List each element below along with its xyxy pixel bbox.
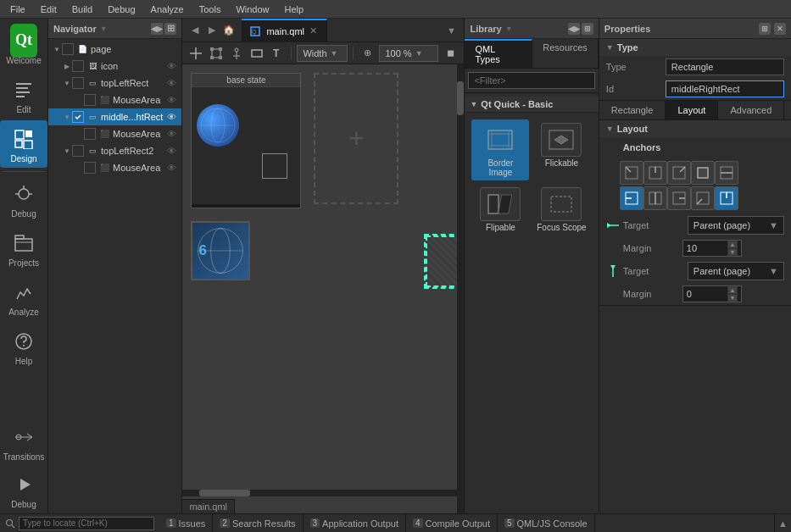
eye-icon[interactable]: 👁 <box>164 110 178 124</box>
tree-checkbox[interactable] <box>84 128 96 140</box>
menu-tools[interactable]: Tools <box>192 3 228 16</box>
tab-nav-home[interactable]: 🏠 <box>221 23 237 38</box>
statusbar-tab-qmljs-console[interactable]: 5 QML/JS Console <box>498 514 595 533</box>
tab-menu-btn[interactable]: ▼ <box>443 23 459 38</box>
menu-help[interactable]: Help <box>278 3 311 16</box>
lib-item-flickable[interactable]: Flickable <box>532 119 590 180</box>
sidebar-item-edit[interactable]: Edit <box>0 71 47 119</box>
menu-window[interactable]: Window <box>229 3 276 16</box>
anchor-right-btn[interactable] <box>667 186 691 210</box>
eye-icon[interactable]: 👁 <box>164 161 178 175</box>
menu-debug[interactable]: Debug <box>101 3 142 16</box>
transform-tool-btn[interactable] <box>208 45 225 62</box>
margin2-up[interactable]: ▲ <box>727 286 738 294</box>
eye-icon[interactable]: 👁 <box>164 144 178 158</box>
navigator-pin-btn[interactable]: ◀▶ <box>151 23 163 35</box>
zoom-out-btn[interactable]: ⊕ <box>359 45 376 62</box>
expand-icon[interactable]: ▼ <box>62 112 72 122</box>
eye-icon[interactable]: 👁 <box>164 93 178 107</box>
statusbar-tab-issues[interactable]: 1 Issues <box>159 514 213 533</box>
expand-icon[interactable]: ▼ <box>62 146 72 156</box>
expand-icon[interactable] <box>74 129 84 139</box>
library-expand-btn[interactable]: ⊞ <box>582 23 593 35</box>
margin2-input[interactable]: ▲ ▼ <box>682 285 742 302</box>
tree-item-mousearea-2[interactable]: ⬛ MouseArea 👁 <box>48 125 181 142</box>
expand-icon[interactable] <box>74 95 84 105</box>
canvas-width-dropdown[interactable]: Width ▼ <box>297 45 348 62</box>
lib-tab-resources[interactable]: Resources <box>532 39 599 68</box>
expand-icon[interactable]: ▼ <box>62 78 72 88</box>
tree-checkbox[interactable] <box>72 77 84 89</box>
eye-icon[interactable]: 👁 <box>164 76 178 90</box>
anchor-bottom-left-btn[interactable] <box>691 186 715 210</box>
statusbar-tab-app-output[interactable]: 3 Application Output <box>304 514 406 533</box>
lib-category-qtquick-basic[interactable]: ▼ Qt Quick - Basic <box>465 97 598 113</box>
sidebar-item-transitions[interactable]: Transitions <box>0 418 47 466</box>
sidebar-item-debug[interactable]: Debug <box>0 175 47 223</box>
target2-dropdown[interactable]: Parent (page) ▼ <box>688 262 784 280</box>
expand-icon[interactable]: ▶ <box>62 61 72 71</box>
menu-analyze[interactable]: Analyze <box>144 3 191 16</box>
anchor-fill-btn[interactable] <box>691 161 715 185</box>
tree-checkbox[interactable] <box>62 43 74 55</box>
library-search-input[interactable] <box>468 72 594 89</box>
margin1-value[interactable] <box>687 243 726 253</box>
tree-checkbox[interactable] <box>84 162 96 174</box>
margin1-down[interactable]: ▼ <box>727 248 738 256</box>
tab-nav-right[interactable]: ▶ <box>204 23 220 38</box>
tab-main-qml[interactable]: Q main.qml ✕ <box>242 19 327 42</box>
eye-icon[interactable]: 👁 <box>164 127 178 141</box>
id-input[interactable] <box>671 84 778 94</box>
canvas-zoom-dropdown[interactable]: 100 % ▼ <box>379 45 438 62</box>
margin2-value[interactable] <box>687 289 726 299</box>
type-section-header[interactable]: ▼ Type <box>599 39 791 56</box>
tree-checkbox[interactable] <box>72 60 84 72</box>
sidebar-item-projects[interactable]: Projects <box>0 224 47 272</box>
tree-item-icon[interactable]: ▶ 🖼 icon 👁 <box>48 58 181 75</box>
cross-tool-btn[interactable] <box>187 45 204 62</box>
tree-item-mousearea-1[interactable]: ⬛ MouseArea 👁 <box>48 91 181 108</box>
statusbar-search-input[interactable] <box>23 518 142 528</box>
rect-tool-btn[interactable] <box>248 45 265 62</box>
prop-tab-advanced[interactable]: Advanced <box>718 101 784 119</box>
anchor-top-right-btn[interactable] <box>667 161 691 185</box>
canvas-scrollbar-h[interactable] <box>182 490 457 496</box>
statusbar-tab-search-results[interactable]: 2 Search Results <box>213 514 303 533</box>
margin2-down[interactable]: ▼ <box>727 294 738 302</box>
tree-item-page[interactable]: ▼ 📄 page <box>48 41 181 58</box>
anchor-center-v-btn[interactable] <box>643 186 667 210</box>
tree-item-middleRect[interactable]: ▼ ▭ middle...htRect 👁 <box>48 108 181 125</box>
lib-item-flipable[interactable]: Flipable <box>471 184 529 236</box>
sidebar-item-welcome[interactable]: Qt Welcome <box>0 22 47 69</box>
canvas-area[interactable]: base state <box>182 64 464 513</box>
properties-expand-btn[interactable]: ⊞ <box>759 23 771 35</box>
eye-icon[interactable]: 👁 <box>164 59 178 73</box>
text-tool-btn[interactable]: T <box>269 45 286 62</box>
statusbar-search[interactable] <box>19 517 154 530</box>
tree-checkbox[interactable] <box>72 145 84 157</box>
menu-edit[interactable]: Edit <box>34 3 64 16</box>
sidebar-item-design[interactable]: Design <box>0 120 47 168</box>
tree-checkbox-selected[interactable] <box>72 111 84 123</box>
expand-icon[interactable]: ▼ <box>52 44 62 54</box>
sidebar-item-help[interactable]: Help <box>0 323 47 370</box>
anchor-top-active-btn[interactable] <box>715 186 738 210</box>
menu-file[interactable]: File <box>3 3 32 16</box>
add-state-box[interactable]: + <box>314 73 398 204</box>
tree-item-topLeftRect[interactable]: ▼ ▭ topLeftRect 👁 <box>48 75 181 91</box>
statusbar-up-btn[interactable]: ▲ <box>774 514 791 533</box>
tree-item-topLeftRect2[interactable]: ▼ ▭ topLeftRect2 👁 <box>48 142 181 159</box>
anchor-top-left-btn[interactable] <box>620 161 643 185</box>
sidebar-item-debug-bottom[interactable]: Debug <box>0 466 47 513</box>
lib-item-border-image[interactable]: Border Image <box>471 119 529 180</box>
id-value[interactable] <box>666 80 784 97</box>
menu-build[interactable]: Build <box>65 3 99 16</box>
tab-nav-left[interactable]: ◀ <box>187 23 203 38</box>
anchor-top-btn[interactable] <box>643 161 667 185</box>
margin1-up[interactable]: ▲ <box>727 241 738 248</box>
anchor-tool-btn[interactable] <box>228 45 245 62</box>
canvas-scrollbar-v[interactable] <box>457 64 464 513</box>
tree-checkbox[interactable] <box>84 94 96 106</box>
tab-close-btn[interactable]: ✕ <box>308 26 318 36</box>
margin1-input[interactable]: ▲ ▼ <box>682 240 742 257</box>
